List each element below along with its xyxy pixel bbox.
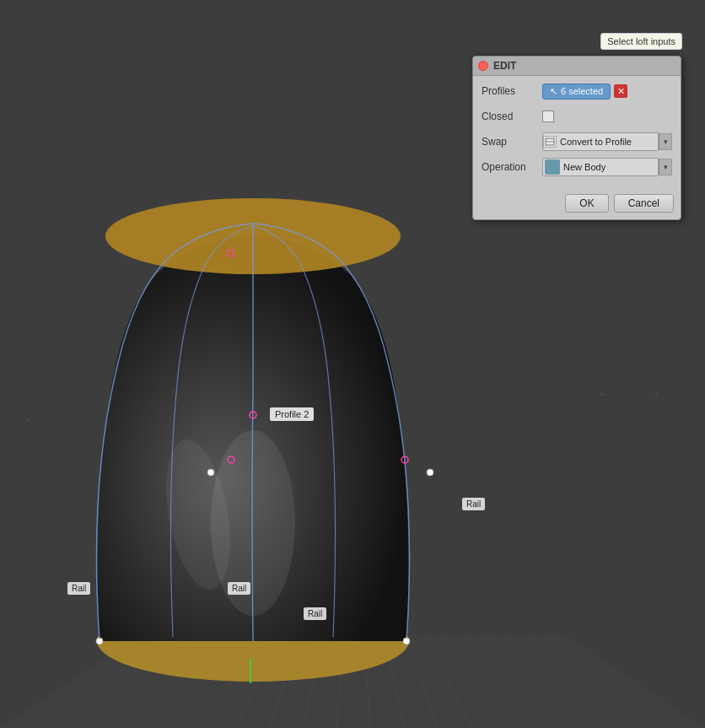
ok-button[interactable]: OK <box>565 194 608 213</box>
dialog-footer: OK Cancel <box>473 191 681 219</box>
convert-field: Convert to Profile <box>542 132 659 151</box>
swap-label: Swap <box>482 136 542 148</box>
dialog-titlebar: EDIT <box>473 57 681 76</box>
tooltip-bubble: Select loft inputs <box>600 33 682 50</box>
operation-label: Operation <box>482 161 542 173</box>
profiles-label: Profiles <box>482 85 542 97</box>
vase-svg <box>42 160 481 683</box>
svg-point-10 <box>403 638 410 644</box>
operation-field: New Body <box>542 158 659 176</box>
svg-point-9 <box>96 638 103 644</box>
svg-point-12 <box>427 469 433 476</box>
svg-point-11 <box>207 469 214 476</box>
operation-icon <box>545 159 560 175</box>
closed-label: Closed <box>482 111 542 122</box>
convert-dropdown-arrow[interactable]: ▾ <box>659 133 672 150</box>
cursor-icon: ↖ <box>550 86 557 97</box>
closed-row: Closed <box>482 106 672 127</box>
cancel-button[interactable]: Cancel <box>614 194 674 213</box>
viewport[interactable]: Profile 2 Profile 1 Rail Rail Rail Rail … <box>0 0 705 728</box>
dialog-close-button[interactable] <box>478 61 488 71</box>
grid-marker-3: + <box>25 416 30 424</box>
swap-row: Swap Convert to Profile ▾ <box>482 132 672 152</box>
closed-checkbox[interactable] <box>542 111 554 122</box>
profiles-select-button[interactable]: ↖ 6 selected <box>542 84 611 100</box>
operation-row: Operation New Body ▾ <box>482 157 672 177</box>
edit-dialog: Select loft inputs EDIT Profiles ↖ 6 sel… <box>472 56 681 220</box>
convert-text: Convert to Profile <box>560 137 658 147</box>
grid-marker-2: + <box>600 391 604 399</box>
dialog-body: Profiles ↖ 6 selected ✕ Closed Swap <box>473 76 681 191</box>
operation-dropdown-arrow[interactable]: ▾ <box>659 159 672 175</box>
profiles-clear-button[interactable]: ✕ <box>614 84 627 98</box>
3d-object: Profile 2 Profile 1 Rail Rail Rail Rail <box>42 160 481 683</box>
dialog-title: EDIT <box>493 60 675 72</box>
closed-checkbox-wrapper <box>542 111 554 122</box>
profiles-count: 6 selected <box>561 86 603 96</box>
profiles-row: Profiles ↖ 6 selected ✕ <box>482 81 672 101</box>
convert-icon <box>543 136 557 148</box>
operation-value: New Body <box>562 162 658 172</box>
grid-marker-1: + <box>654 391 659 399</box>
